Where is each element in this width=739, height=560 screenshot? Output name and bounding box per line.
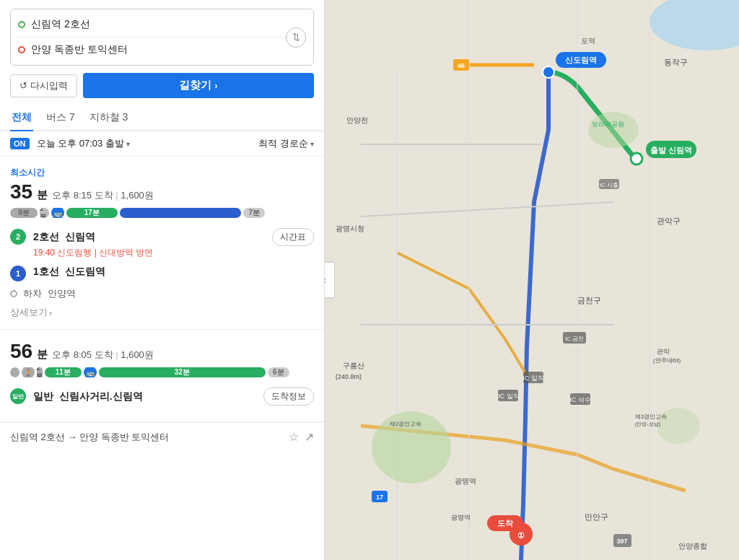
left-panel: 신림역 2호선 안양 독종반 토익센터 ⇅ ↺ 다시입력 길찾기 › 전체 버스…: [0, 0, 325, 560]
collapse-icon: ‹: [325, 274, 326, 286]
seg-end-1: 7분: [243, 208, 264, 218]
route2-progress-bar: 🚶 2분 11분 🚌 32분 6분: [10, 367, 314, 377]
seg-end-2: 6분: [268, 367, 289, 377]
route2-minutes: 56: [10, 340, 32, 363]
svg-text:JC 일직: JC 일직: [497, 393, 520, 400]
arrive-button[interactable]: 도착정보: [263, 388, 314, 406]
subway-info-line1: 1 1호선 신도림역: [10, 265, 314, 281]
reset-button[interactable]: ↺ 다시입력: [10, 74, 77, 97]
filter-bar: ON 오늘 오후 07:03 출발 ▾ 최적 경로순 ▾: [0, 131, 324, 157]
bus-name: 일반 신림사거리.신림역: [33, 390, 143, 403]
svg-point-3: [588, 112, 639, 148]
route1-cost: 1,600원: [121, 190, 154, 201]
reset-label: 다시입력: [30, 79, 68, 92]
svg-point-17: [543, 66, 554, 78]
svg-text:IC 금천: IC 금천: [565, 336, 584, 342]
seg-subway1-1: [120, 208, 241, 218]
star-button[interactable]: ☆: [289, 430, 299, 444]
svg-text:신도림역: 신도림역: [565, 56, 597, 64]
tab-all[interactable]: 전체: [10, 105, 33, 131]
svg-text:397: 397: [616, 538, 627, 545]
tab-bus[interactable]: 버스 7: [45, 105, 76, 131]
svg-text:구름산: 구름산: [343, 362, 364, 369]
bus-badge: 일반: [10, 388, 26, 404]
to-dot: [18, 46, 25, 53]
svg-text:IC 시흥: IC 시흥: [600, 182, 618, 188]
line2-badge: 2: [10, 229, 26, 245]
to-text: 안양 독종반 토익센터: [31, 43, 306, 56]
map-svg: IC 일직 IC 석수 JC 일직 46 17 397 ① 신도림역 출발 신림…: [325, 0, 739, 560]
svg-text:①: ①: [517, 531, 525, 540]
bus-badge-label: 일반: [12, 393, 24, 401]
seg-walk-2: [10, 367, 19, 377]
route-2-section: 56 분 오후 8:05 도착 | 1,600원 🚶 2분 11분 🚌 32분 …: [0, 330, 324, 422]
svg-text:IC 석수: IC 석수: [569, 396, 591, 403]
route1-minutes: 35: [10, 180, 32, 204]
svg-text:제2경인고속: 제2경인고속: [390, 421, 421, 427]
seg-bus-2: 11분: [45, 367, 82, 377]
svg-text:금천구: 금천구: [577, 296, 601, 305]
svg-text:안양천: 안양천: [346, 116, 368, 124]
svg-text:46: 46: [458, 62, 465, 69]
detail-link[interactable]: 상세보기 ›: [10, 306, 314, 319]
seg-subway2-1: 17분: [66, 208, 118, 218]
svg-text:(안양-성남): (안양-성남): [635, 421, 660, 427]
min-label: 최소시간: [10, 167, 314, 179]
seg-2min: 2분: [37, 367, 43, 377]
svg-text:출발 신림역: 출발 신림역: [650, 146, 692, 154]
stop-dot: [10, 290, 17, 297]
svg-text:제2경인고속: 제2경인고속: [635, 414, 667, 420]
bus-detail: 일반 신림사거리.신림역 도착정보: [33, 388, 314, 406]
svg-text:(연주대63): (연주대63): [653, 357, 681, 364]
tab-bar: 전체 버스 7 지하철 3: [0, 105, 324, 131]
stop-row: 하차 안양역: [10, 287, 314, 300]
map-panel: ‹ IC 일직 IC 석수: [325, 0, 739, 560]
stop-label: 하차: [23, 287, 42, 300]
bottom-bar: 신림역 2호선 → 안양 독종반 토익센터 ☆ ↗: [0, 422, 324, 451]
swap-button[interactable]: ⇅: [286, 27, 306, 48]
svg-text:만안구: 만안구: [585, 512, 608, 521]
route2-arrive: 오후 8:05 도착 | 1,600원: [52, 349, 154, 362]
svg-text:광명역: 광명역: [451, 514, 471, 521]
seg-bus-main-2: 32분: [99, 367, 266, 377]
tab-subway[interactable]: 지하철 3: [88, 105, 130, 131]
route2-unit: 분: [37, 348, 48, 362]
route-type-label: 최적 경로순: [258, 137, 308, 150]
depart-time-button[interactable]: 오늘 오후 07:03 출발 ▾: [37, 137, 130, 150]
bottom-text: 신림역 2호선 → 안양 독종반 토익센터: [10, 431, 169, 444]
from-text: 신림역 2호선: [31, 18, 306, 31]
svg-text:동작구: 동작구: [664, 58, 688, 66]
on-badge: ON: [10, 138, 30, 149]
svg-text:광명시청: 광명시청: [336, 224, 364, 232]
find-chevron: ›: [214, 80, 217, 91]
bus-info: 일반 일반 신림사거리.신림역 도착정보: [10, 388, 314, 406]
svg-point-18: [631, 153, 642, 165]
line2-name: 2호선 신림역: [33, 231, 95, 244]
line1-name: 1호선 신도림역: [33, 266, 105, 277]
svg-text:IC 일직: IC 일직: [522, 375, 544, 382]
seg-bus-icon-2: 🚌: [84, 367, 97, 377]
route1-arrive-text: 오후 8:15 도착: [52, 190, 113, 201]
to-row: 안양 독종반 토익센터: [18, 40, 306, 59]
from-row: 신림역 2호선: [18, 15, 306, 34]
svg-text:포역: 포역: [581, 37, 595, 45]
seg-walk-icon-2: 🚶: [22, 367, 35, 377]
seg-walk-1: 9분: [10, 208, 38, 218]
line2-sub: 19:40 신도림행 | 신대방역 방면: [33, 247, 314, 259]
route-chevron-icon: ▾: [310, 140, 314, 148]
svg-text:관악: 관악: [657, 348, 670, 355]
refresh-icon: ↺: [19, 80, 27, 91]
route-type-button[interactable]: 최적 경로순 ▾: [258, 137, 314, 150]
find-button[interactable]: 길찾기 ›: [83, 73, 314, 98]
bookmark-icons: ☆ ↗: [289, 430, 314, 444]
collapse-button[interactable]: ‹: [325, 262, 335, 298]
depart-chevron-icon: ▾: [126, 140, 130, 148]
time-row-1: 35 분 오후 8:15 도착 | 1,600원: [10, 180, 314, 204]
svg-text:도착: 도착: [497, 519, 514, 528]
share-button[interactable]: ↗: [305, 430, 314, 444]
timetable-button[interactable]: 시간표: [272, 228, 314, 246]
seg-bus-icon-1: 🚌: [51, 208, 64, 218]
search-divider: [18, 37, 306, 38]
time-row-2: 56 분 오후 8:05 도착 | 1,600원: [10, 340, 314, 363]
line1-badge: 1: [10, 266, 26, 281]
